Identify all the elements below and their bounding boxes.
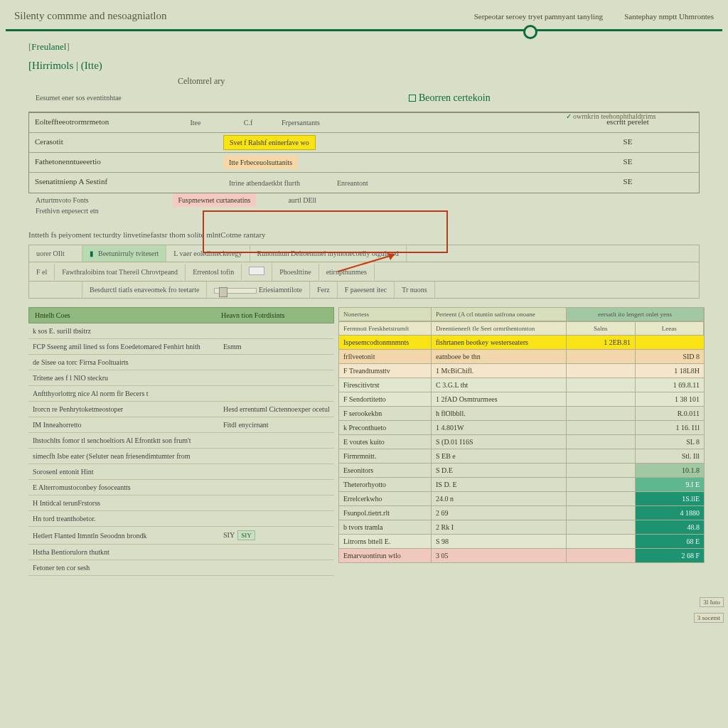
- summary-row: Cerasotit Svet f Ralshf eninerfave wo SE: [29, 133, 699, 153]
- table-row[interactable]: Litrorns bttell E. S 98 68 E: [338, 535, 705, 549]
- breadcrumb-featured[interactable]: [Freulanel]: [28, 41, 728, 53]
- rh1-cell-group: eersatlt ito lengert onlet yens: [567, 308, 704, 321]
- table-row[interactable]: E voutes kuito S (D.01 I16S SL 8: [338, 435, 705, 449]
- pre-line-text: Eesumet ener sos eventitnhtae: [36, 94, 728, 102]
- table-row[interactable]: Fsunpol.tietrt.rlt 2 69 4 1880: [338, 506, 705, 520]
- check-icon: ▮: [90, 250, 94, 257]
- table-row[interactable]: Errelcerkwho 24.0 n 1S.llE: [338, 492, 705, 506]
- slider[interactable]: [214, 288, 257, 294]
- summary-chip[interactable]: Svet f Ralshf eninerfave wo: [223, 135, 316, 150]
- cell-desc: fishrtanen beotkey westerseaters: [432, 336, 567, 349]
- filter-bar-2: Besdurctl tiatls enaveomek fro teetarte …: [28, 282, 700, 299]
- breadcrumb-featured-label: Freulanel: [31, 41, 66, 52]
- list-item[interactable]: Fetoner ten cor sesh: [28, 560, 334, 576]
- filter-cell[interactable]: Errentosl tofin: [186, 264, 242, 280]
- table-row[interactable]: Ispesemcodtonmnmnts fishrtanen beotkey w…: [338, 336, 705, 350]
- summary-cell-label: Ssenatitnienp A Sestinf: [29, 173, 168, 193]
- table-row[interactable]: k Preconthueto 1 4.801W 1 16. I1l: [338, 421, 705, 435]
- summary-cell-value: SE: [557, 153, 699, 172]
- filter-cell[interactable]: L vaer eoledinteckeregy: [166, 245, 250, 262]
- color-swatch[interactable]: [249, 267, 264, 275]
- right-table: Nonertess Perteent (A crl ntuntin satfro…: [338, 307, 705, 576]
- cell-desc: S 98: [432, 535, 567, 548]
- cell-name: Fsunpol.tietrt.rlt: [339, 506, 432, 520]
- cell-desc: 2 69: [432, 506, 567, 520]
- list-item[interactable]: Hstha Bentiorulorn thutknt: [28, 545, 334, 560]
- cell-val-1: [567, 364, 636, 378]
- filter-cell[interactable]: Eriesiamntilote: [207, 282, 310, 298]
- filter-cell[interactable]: [29, 282, 82, 298]
- list-item[interactable]: Sorosenl entonit Hint: [28, 464, 334, 480]
- list-item[interactable]: de Sisee oa torc Firrsa Fooltuairts: [28, 355, 334, 370]
- list-item[interactable]: Anftthyorlottrg nice Al norm fir Becers …: [28, 386, 334, 402]
- cell-val-1: [567, 520, 636, 534]
- summary-table: Eolteffteeotrormrmeton IteeC.fFrpersanta…: [28, 112, 700, 193]
- cell-val-2: 68 E: [636, 535, 704, 548]
- filter-cell[interactable]: etirnpthunmes: [319, 264, 375, 280]
- summary-chip[interactable]: Itte Frbeceuolsuttanits: [223, 156, 298, 169]
- cell-desc: h flOlbbll.: [432, 407, 567, 420]
- rh2-cell-3: Salns: [567, 322, 636, 335]
- table-row[interactable]: Emarvuontirun wtlo 3 05 2 68 F: [338, 549, 705, 563]
- cell-desc: 3 05: [432, 549, 567, 562]
- table-row[interactable]: F Sendortitetto 1 2fAD Osmtrurmees 1 38 …: [338, 392, 705, 407]
- summary-after-chip[interactable]: Fuspmewnet curtaneatins: [173, 193, 257, 207]
- filter-cell[interactable]: F el: [29, 264, 55, 280]
- list-item[interactable]: Hn tord treanthobetor.: [28, 511, 334, 527]
- cell-desc: S D.E: [432, 464, 567, 477]
- cell-name: frllveetonit: [339, 350, 432, 363]
- table-row[interactable]: frllveetonit eatnboee be thn SID 8: [338, 350, 705, 364]
- rh2-cell-1: Fermnott Freskhetstrumft: [339, 322, 432, 335]
- breadcrumb-controls[interactable]: [Hirrimols | (Itte): [28, 60, 102, 72]
- filter-cell[interactable]: uorer OIlt: [29, 245, 82, 262]
- filter-cell[interactable]: [242, 262, 272, 281]
- list-item[interactable]: Hetlert Flanted Itmntln Seoodnn brondkSI…: [28, 527, 334, 545]
- page-title: Silenty commme and nesoagniatlon: [14, 10, 167, 22]
- filter-cell[interactable]: Ferz: [310, 282, 338, 298]
- list-item[interactable]: Tritene aes f l NlO steckru: [28, 370, 334, 386]
- list-item[interactable]: E Alterromustoconbey fosoceantts: [28, 480, 334, 496]
- filter-cell[interactable]: Phoeslttine: [272, 264, 318, 280]
- list-item[interactable]: H Intidcal terunFrstorss: [28, 496, 334, 511]
- cell-val-2: SL 8: [636, 435, 704, 449]
- summary-row: Ssenatitnienp A Sestinf Itrine atbendaet…: [29, 173, 699, 193]
- section-icon: [409, 95, 416, 102]
- table-row[interactable]: F Treandtumsttv 1 McBiChifl. 1 18L8H: [338, 364, 705, 378]
- table-row[interactable]: Eseonitors S D.E 10.1.8: [338, 464, 705, 478]
- cell-name: b tvors tramla: [339, 520, 432, 534]
- cell-name: Errelcerkwho: [339, 492, 432, 505]
- table-row[interactable]: Firmrmnitt. S EB e Stl. Ill: [338, 449, 705, 464]
- cell-name: Ispesemcodtonmnmnts: [339, 336, 432, 349]
- cell-val-2: 1 69.8.11: [636, 378, 704, 392]
- cell-val-2: 1 16. I1l: [636, 421, 704, 434]
- list-item[interactable]: FCP Sseeng amil lined ss fons Eoedetomar…: [28, 339, 334, 355]
- breadcrumb-controls-label: Hirrimols | (Itte): [32, 60, 102, 71]
- section-heading-label: Beorren certekoin: [419, 92, 491, 103]
- list-item[interactable]: k sos E. surill tbsitrz: [28, 323, 334, 339]
- rh2-cell-4: Leeas: [636, 322, 705, 335]
- list-item[interactable]: IM InneahorrettoFitdl enycirnant: [28, 417, 334, 433]
- table-row[interactable]: F serookekbn h flOlbbll. R.0.011: [338, 407, 705, 421]
- cell-val-1: [567, 392, 636, 406]
- cell-val-1: [567, 421, 636, 434]
- list-item[interactable]: simecfh Isbe eater (Seluter nean friesen…: [28, 449, 334, 464]
- cell-val-1: [567, 549, 636, 562]
- filter-cell[interactable]: F paeesent itec: [338, 282, 395, 298]
- filter-cell[interactable]: Fawthraloibins toat Thereil Chrovtpeand: [55, 264, 186, 280]
- cell-name: k Preconthueto: [339, 421, 432, 434]
- table-row[interactable]: b tvors tramla 2 Rk I 48.8: [338, 520, 705, 535]
- cell-desc: 1 2fAD Osmtrurmees: [432, 392, 567, 406]
- badge: SIY: [237, 530, 255, 540]
- filter-cell[interactable]: Besdurctl tiatls enaveomek fro teetarte: [82, 282, 207, 298]
- table-row[interactable]: Firescitivtrst C 3.G.L tht 1 69.8.11: [338, 378, 705, 392]
- cell-val-2: 48.8: [636, 520, 704, 534]
- list-item[interactable]: Irorcn re PenhrytoketmeostoperHesd erren…: [28, 402, 334, 417]
- list-item[interactable]: Ihstochlts fomor tl senchoeltiors Al Efr…: [28, 433, 334, 449]
- filter-cell[interactable]: Runomitun Deltoentmel mymonecoelly otgul…: [250, 245, 407, 262]
- table-row[interactable]: Theterorhyotto IS D. E 9.I E: [338, 478, 705, 492]
- summary-cell-label: Fathetonenntueeertio: [29, 153, 168, 172]
- cell-name: Emarvuontirun wtlo: [339, 549, 432, 562]
- filter-cell[interactable]: Tr nuons: [395, 282, 434, 298]
- summary-chip[interactable]: Itrine atbendaetkbt flurth: [223, 176, 306, 190]
- filter-cell[interactable]: ▮Beetunirruly tvitesert: [82, 245, 166, 262]
